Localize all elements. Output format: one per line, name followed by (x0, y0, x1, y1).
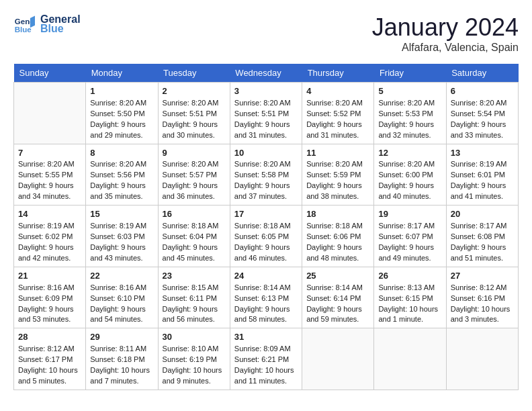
daylight-text: Daylight: 9 hours and 33 minutes. (451, 120, 514, 141)
daylight-text: Daylight: 9 hours and 35 minutes. (90, 181, 153, 202)
cell-content: 6Sunrise: 8:20 AMSunset: 5:54 PMDaylight… (451, 85, 514, 141)
cell-content: 13Sunrise: 8:19 AMSunset: 6:01 PMDayligh… (451, 147, 514, 203)
sunrise-text: Sunrise: 8:16 AM (18, 283, 81, 293)
svg-text:Blue: Blue (15, 26, 32, 34)
calendar-cell: 26Sunrise: 8:13 AMSunset: 6:15 PMDayligh… (374, 267, 446, 328)
daylight-text: Daylight: 9 hours and 45 minutes. (163, 242, 226, 264)
calendar-table: SundayMondayTuesdayWednesdayThursdayFrid… (13, 64, 519, 390)
daylight-text: Daylight: 9 hours and 43 minutes. (90, 242, 153, 264)
daylight-text: Daylight: 9 hours and 34 minutes. (18, 181, 81, 202)
calendar-cell: 11Sunrise: 8:20 AMSunset: 5:59 PMDayligh… (302, 144, 374, 205)
header-saturday: Saturday (446, 64, 518, 83)
daylight-text: Daylight: 9 hours and 40 minutes. (378, 181, 441, 202)
sunset-text: Sunset: 6:08 PM (451, 232, 514, 242)
calendar-cell: 20Sunrise: 8:17 AMSunset: 6:08 PMDayligh… (446, 205, 518, 267)
calendar-week-row: 21Sunrise: 8:16 AMSunset: 6:09 PMDayligh… (14, 267, 519, 328)
sunset-text: Sunset: 6:21 PM (234, 355, 298, 365)
day-number: 27 (451, 270, 514, 283)
calendar-cell: 22Sunrise: 8:16 AMSunset: 6:10 PMDayligh… (86, 267, 158, 328)
day-number: 3 (234, 85, 298, 98)
day-number: 15 (90, 208, 153, 221)
calendar-cell: 3Sunrise: 8:20 AMSunset: 5:51 PMDaylight… (230, 83, 302, 144)
daylight-text: Daylight: 9 hours and 42 minutes. (18, 242, 81, 264)
sunrise-text: Sunrise: 8:18 AM (163, 221, 226, 232)
day-number: 18 (306, 208, 369, 221)
calendar-cell: 19Sunrise: 8:17 AMSunset: 6:07 PMDayligh… (374, 205, 446, 267)
sunset-text: Sunset: 6:14 PM (306, 293, 369, 304)
cell-content: 19Sunrise: 8:17 AMSunset: 6:07 PMDayligh… (378, 208, 441, 264)
header-sunday: Sunday (14, 64, 86, 83)
day-number: 10 (234, 147, 298, 160)
calendar-cell: 6Sunrise: 8:20 AMSunset: 5:54 PMDaylight… (446, 83, 518, 144)
daylight-text: Daylight: 10 hours and 7 minutes. (90, 365, 153, 387)
header-monday: Monday (86, 64, 158, 83)
daylight-text: Daylight: 10 hours and 5 minutes. (18, 365, 81, 387)
calendar-cell: 16Sunrise: 8:18 AMSunset: 6:04 PMDayligh… (158, 205, 230, 267)
day-number: 25 (306, 270, 369, 283)
calendar-cell: 8Sunrise: 8:20 AMSunset: 5:56 PMDaylight… (86, 144, 158, 205)
sunrise-text: Sunrise: 8:19 AM (18, 221, 81, 232)
daylight-text: Daylight: 9 hours and 54 minutes. (90, 304, 153, 326)
sunrise-text: Sunrise: 8:14 AM (234, 283, 298, 293)
daylight-text: Daylight: 9 hours and 32 minutes. (378, 120, 441, 141)
cell-content: 23Sunrise: 8:15 AMSunset: 6:11 PMDayligh… (163, 270, 226, 326)
day-number: 12 (378, 147, 441, 160)
cell-content: 7Sunrise: 8:20 AMSunset: 5:55 PMDaylight… (18, 147, 81, 203)
cell-content: 9Sunrise: 8:20 AMSunset: 5:57 PMDaylight… (163, 147, 226, 203)
day-number: 5 (378, 85, 441, 98)
daylight-text: Daylight: 9 hours and 31 minutes. (306, 120, 369, 141)
daylight-text: Daylight: 9 hours and 48 minutes. (306, 242, 369, 264)
sunrise-text: Sunrise: 8:15 AM (163, 283, 226, 293)
day-number: 1 (90, 85, 153, 98)
sunrise-text: Sunrise: 8:20 AM (163, 159, 226, 170)
sunrise-text: Sunrise: 8:20 AM (306, 159, 369, 170)
sunset-text: Sunset: 5:58 PM (234, 170, 298, 181)
daylight-text: Daylight: 9 hours and 46 minutes. (234, 242, 298, 264)
calendar-cell (374, 328, 446, 390)
sunrise-text: Sunrise: 8:20 AM (18, 159, 81, 170)
sunset-text: Sunset: 5:56 PM (90, 170, 153, 181)
sunset-text: Sunset: 6:09 PM (18, 293, 81, 304)
sunset-text: Sunset: 5:53 PM (378, 109, 441, 120)
daylight-text: Daylight: 10 hours and 1 minute. (378, 304, 441, 326)
sunset-text: Sunset: 5:51 PM (163, 109, 226, 120)
sunset-text: Sunset: 6:03 PM (90, 232, 153, 242)
daylight-text: Daylight: 9 hours and 49 minutes. (378, 242, 441, 264)
cell-content: 12Sunrise: 8:20 AMSunset: 6:00 PMDayligh… (378, 147, 441, 203)
day-number: 4 (306, 85, 369, 98)
sunrise-text: Sunrise: 8:20 AM (378, 159, 441, 170)
cell-content: 1Sunrise: 8:20 AMSunset: 5:50 PMDaylight… (90, 85, 153, 141)
calendar-cell: 18Sunrise: 8:18 AMSunset: 6:06 PMDayligh… (302, 205, 374, 267)
sunset-text: Sunset: 6:17 PM (18, 355, 81, 365)
sunset-text: Sunset: 6:18 PM (90, 355, 153, 365)
sunset-text: Sunset: 5:54 PM (451, 109, 514, 120)
sunrise-text: Sunrise: 8:19 AM (90, 221, 153, 232)
cell-content: 10Sunrise: 8:20 AMSunset: 5:58 PMDayligh… (234, 147, 298, 203)
cell-content: 31Sunrise: 8:09 AMSunset: 6:21 PMDayligh… (234, 331, 298, 387)
day-number: 20 (451, 208, 514, 221)
sunrise-text: Sunrise: 8:20 AM (451, 98, 514, 109)
sunset-text: Sunset: 6:16 PM (451, 293, 514, 304)
daylight-text: Daylight: 9 hours and 36 minutes. (163, 181, 226, 202)
cell-content: 14Sunrise: 8:19 AMSunset: 6:02 PMDayligh… (18, 208, 81, 264)
sunset-text: Sunset: 5:59 PM (306, 170, 369, 181)
calendar-week-row: 7Sunrise: 8:20 AMSunset: 5:55 PMDaylight… (14, 144, 519, 205)
daylight-text: Daylight: 10 hours and 9 minutes. (163, 365, 226, 387)
cell-content: 18Sunrise: 8:18 AMSunset: 6:06 PMDayligh… (306, 208, 369, 264)
calendar-cell: 23Sunrise: 8:15 AMSunset: 6:11 PMDayligh… (158, 267, 230, 328)
page-header: General Blue General Blue January 2024 A… (13, 13, 519, 54)
cell-content: 30Sunrise: 8:10 AMSunset: 6:19 PMDayligh… (163, 331, 226, 387)
calendar-cell: 4Sunrise: 8:20 AMSunset: 5:52 PMDaylight… (302, 83, 374, 144)
calendar-week-row: 28Sunrise: 8:12 AMSunset: 6:17 PMDayligh… (14, 328, 519, 390)
cell-content: 29Sunrise: 8:11 AMSunset: 6:18 PMDayligh… (90, 331, 153, 387)
cell-content: 24Sunrise: 8:14 AMSunset: 6:13 PMDayligh… (234, 270, 298, 326)
calendar-cell: 15Sunrise: 8:19 AMSunset: 6:03 PMDayligh… (86, 205, 158, 267)
sunrise-text: Sunrise: 8:20 AM (306, 98, 369, 109)
daylight-text: Daylight: 9 hours and 29 minutes. (90, 120, 153, 141)
sunset-text: Sunset: 6:10 PM (90, 293, 153, 304)
daylight-text: Daylight: 9 hours and 59 minutes. (306, 304, 369, 326)
sunrise-text: Sunrise: 8:20 AM (378, 98, 441, 109)
sunset-text: Sunset: 6:06 PM (306, 232, 369, 242)
daylight-text: Daylight: 10 hours and 3 minutes. (451, 304, 514, 326)
sunset-text: Sunset: 6:02 PM (18, 232, 81, 242)
